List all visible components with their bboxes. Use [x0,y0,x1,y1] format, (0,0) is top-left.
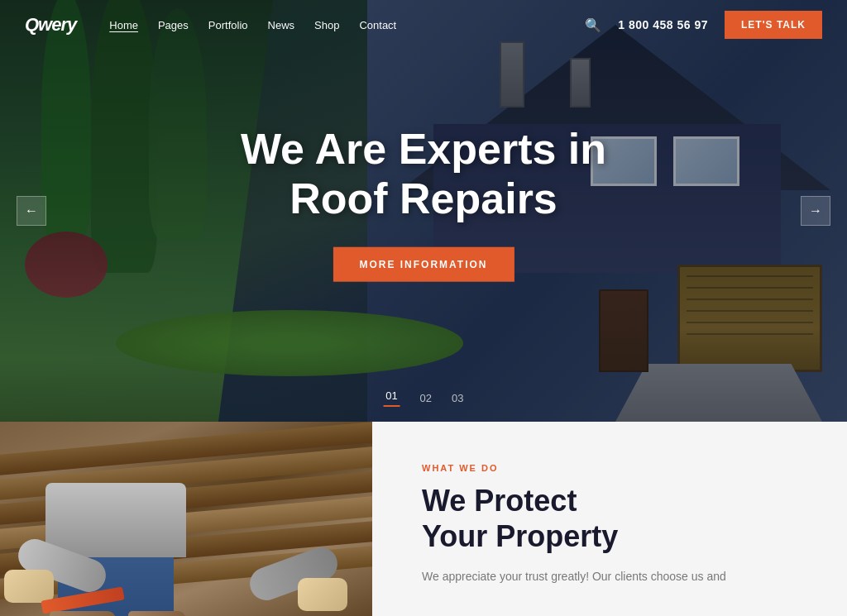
carousel-next-button[interactable]: → [801,196,830,226]
hero-content: We Are Experts in Roof Repairs MORE INFO… [241,125,606,282]
phone-number: 1 800 458 56 97 [618,18,708,31]
protect-title: We Protect Your Property [422,483,797,554]
section-label: WHAT WE DO [422,463,797,473]
navigation: Qwery Home Pages Portfolio News Shop Con… [0,0,847,50]
hero-section: ← We Are Experts in Roof Repairs MORE IN… [0,0,847,422]
worker-image-column [0,422,372,616]
logo[interactable]: Qwery [25,14,76,36]
carousel-dot-3[interactable]: 03 [452,392,463,404]
hero-cta-button[interactable]: MORE INFORMATION [333,246,514,281]
nav-right: 🔍 1 800 458 56 97 LET'S TALK [585,11,822,39]
worker-shoe-1 [50,611,116,616]
carousel-dot-2[interactable]: 02 [420,392,432,404]
nav-links: Home Pages Portfolio News Shop Contact [109,17,585,32]
protect-description: We appreciate your trust greatly! Our cl… [422,567,753,585]
carousel-dots: 01 02 03 [384,389,464,407]
lets-talk-button[interactable]: LET'S TALK [725,11,822,39]
worker-shirt [45,483,186,557]
worker-glove-left [4,570,54,603]
nav-item-shop[interactable]: Shop [314,17,339,32]
carousel-dot-1[interactable]: 01 [384,389,400,407]
search-icon[interactable]: 🔍 [585,17,601,33]
carousel-prev-button[interactable]: ← [17,196,46,226]
nav-item-contact[interactable]: Contact [359,17,396,32]
nav-item-news[interactable]: News [268,17,295,32]
lower-content: WHAT WE DO We Protect Your Property We a… [372,422,847,616]
worker-glove-right [298,578,347,611]
nav-item-home[interactable]: Home [109,17,138,32]
lower-section: WHAT WE DO We Protect Your Property We a… [0,422,847,616]
worker-shoe-2 [128,611,186,616]
nav-item-portfolio[interactable]: Portfolio [208,17,248,32]
hero-title: We Are Experts in Roof Repairs [241,125,606,224]
nav-item-pages[interactable]: Pages [158,17,189,32]
